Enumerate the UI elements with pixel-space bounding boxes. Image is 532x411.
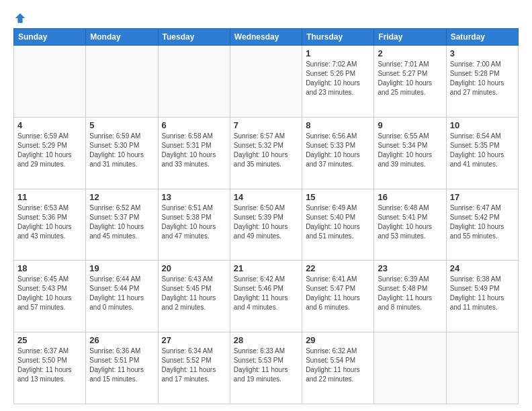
calendar-cell: 18Sunrise: 6:45 AM Sunset: 5:43 PM Dayli… <box>14 261 86 332</box>
day-detail: Sunrise: 6:52 AM Sunset: 5:37 PM Dayligh… <box>89 203 154 241</box>
calendar-cell: 2Sunrise: 7:01 AM Sunset: 5:27 PM Daylig… <box>374 46 446 118</box>
day-detail: Sunrise: 6:51 AM Sunset: 5:38 PM Dayligh… <box>162 203 226 241</box>
day-number: 7 <box>234 120 298 130</box>
day-number: 9 <box>378 120 442 130</box>
page: SundayMondayTuesdayWednesdayThursdayFrid… <box>0 0 532 411</box>
day-detail: Sunrise: 6:36 AM Sunset: 5:51 PM Dayligh… <box>89 347 154 384</box>
day-detail: Sunrise: 6:48 AM Sunset: 5:41 PM Dayligh… <box>378 203 442 241</box>
day-detail: Sunrise: 6:39 AM Sunset: 5:48 PM Dayligh… <box>378 275 442 312</box>
day-detail: Sunrise: 6:55 AM Sunset: 5:34 PM Dayligh… <box>378 132 442 169</box>
svg-marker-0 <box>15 13 25 23</box>
day-detail: Sunrise: 6:49 AM Sunset: 5:40 PM Dayligh… <box>306 203 370 241</box>
calendar-cell: 17Sunrise: 6:47 AM Sunset: 5:42 PM Dayli… <box>446 189 518 261</box>
calendar-cell: 6Sunrise: 6:58 AM Sunset: 5:31 PM Daylig… <box>158 117 230 189</box>
day-detail: Sunrise: 6:44 AM Sunset: 5:44 PM Dayligh… <box>89 275 154 312</box>
calendar-cell <box>230 46 302 118</box>
day-number: 13 <box>162 192 226 202</box>
day-number: 15 <box>306 192 370 202</box>
calendar-cell: 1Sunrise: 7:02 AM Sunset: 5:26 PM Daylig… <box>302 46 374 118</box>
day-number: 17 <box>450 192 515 202</box>
day-number: 5 <box>89 120 154 130</box>
calendar-cell <box>374 332 446 404</box>
day-detail: Sunrise: 6:57 AM Sunset: 5:32 PM Dayligh… <box>234 132 298 169</box>
logo-icon <box>14 12 26 24</box>
calendar-cell <box>158 46 230 118</box>
calendar-cell: 11Sunrise: 6:53 AM Sunset: 5:36 PM Dayli… <box>14 189 86 261</box>
calendar-cell: 29Sunrise: 6:32 AM Sunset: 5:54 PM Dayli… <box>302 332 374 404</box>
day-detail: Sunrise: 6:34 AM Sunset: 5:52 PM Dayligh… <box>162 347 226 384</box>
day-detail: Sunrise: 6:33 AM Sunset: 5:53 PM Dayligh… <box>234 347 298 384</box>
calendar-table: SundayMondayTuesdayWednesdayThursdayFrid… <box>13 28 519 404</box>
day-detail: Sunrise: 6:45 AM Sunset: 5:43 PM Dayligh… <box>17 275 82 312</box>
calendar-week-row: 4Sunrise: 6:59 AM Sunset: 5:29 PM Daylig… <box>14 117 519 189</box>
day-number: 11 <box>17 192 82 202</box>
calendar-cell: 13Sunrise: 6:51 AM Sunset: 5:38 PM Dayli… <box>158 189 230 261</box>
calendar-cell: 15Sunrise: 6:49 AM Sunset: 5:40 PM Dayli… <box>302 189 374 261</box>
calendar-week-row: 18Sunrise: 6:45 AM Sunset: 5:43 PM Dayli… <box>14 261 519 332</box>
day-detail: Sunrise: 6:42 AM Sunset: 5:46 PM Dayligh… <box>234 275 298 312</box>
calendar-cell <box>446 332 518 404</box>
day-number: 21 <box>234 263 298 273</box>
calendar-cell <box>14 46 86 118</box>
calendar-cell: 24Sunrise: 6:38 AM Sunset: 5:49 PM Dayli… <box>446 261 518 332</box>
calendar-cell: 19Sunrise: 6:44 AM Sunset: 5:44 PM Dayli… <box>86 261 158 332</box>
day-number: 8 <box>306 120 370 130</box>
calendar-cell: 14Sunrise: 6:50 AM Sunset: 5:39 PM Dayli… <box>230 189 302 261</box>
day-number: 27 <box>162 335 226 345</box>
weekday-header: Saturday <box>446 29 518 46</box>
day-number: 14 <box>234 192 298 202</box>
weekday-header: Tuesday <box>158 29 230 46</box>
calendar-cell: 28Sunrise: 6:33 AM Sunset: 5:53 PM Dayli… <box>230 332 302 404</box>
header <box>13 12 519 21</box>
day-number: 2 <box>378 48 442 58</box>
day-number: 6 <box>162 120 226 130</box>
calendar-cell: 27Sunrise: 6:34 AM Sunset: 5:52 PM Dayli… <box>158 332 230 404</box>
day-detail: Sunrise: 6:53 AM Sunset: 5:36 PM Dayligh… <box>17 203 82 241</box>
day-detail: Sunrise: 6:56 AM Sunset: 5:33 PM Dayligh… <box>306 132 370 169</box>
calendar-cell <box>86 46 158 118</box>
weekday-header: Sunday <box>14 29 86 46</box>
day-detail: Sunrise: 6:54 AM Sunset: 5:35 PM Dayligh… <box>450 132 515 169</box>
day-number: 20 <box>162 263 226 273</box>
calendar-cell: 21Sunrise: 6:42 AM Sunset: 5:46 PM Dayli… <box>230 261 302 332</box>
calendar-cell: 9Sunrise: 6:55 AM Sunset: 5:34 PM Daylig… <box>374 117 446 189</box>
weekday-header: Thursday <box>302 29 374 46</box>
weekday-header: Monday <box>86 29 158 46</box>
day-number: 18 <box>17 263 82 273</box>
day-detail: Sunrise: 6:59 AM Sunset: 5:29 PM Dayligh… <box>17 132 82 169</box>
day-number: 10 <box>450 120 515 130</box>
calendar-cell: 12Sunrise: 6:52 AM Sunset: 5:37 PM Dayli… <box>86 189 158 261</box>
day-detail: Sunrise: 6:50 AM Sunset: 5:39 PM Dayligh… <box>234 203 298 241</box>
day-detail: Sunrise: 7:01 AM Sunset: 5:27 PM Dayligh… <box>378 60 442 97</box>
calendar-cell: 22Sunrise: 6:41 AM Sunset: 5:47 PM Dayli… <box>302 261 374 332</box>
day-detail: Sunrise: 7:02 AM Sunset: 5:26 PM Dayligh… <box>306 60 370 97</box>
day-number: 22 <box>306 263 370 273</box>
calendar-cell: 10Sunrise: 6:54 AM Sunset: 5:35 PM Dayli… <box>446 117 518 189</box>
day-number: 4 <box>17 120 82 130</box>
calendar-cell: 7Sunrise: 6:57 AM Sunset: 5:32 PM Daylig… <box>230 117 302 189</box>
weekday-header: Friday <box>374 29 446 46</box>
day-number: 24 <box>450 263 515 273</box>
calendar-week-row: 25Sunrise: 6:37 AM Sunset: 5:50 PM Dayli… <box>14 332 519 404</box>
calendar-week-row: 11Sunrise: 6:53 AM Sunset: 5:36 PM Dayli… <box>14 189 519 261</box>
day-detail: Sunrise: 6:32 AM Sunset: 5:54 PM Dayligh… <box>306 347 370 384</box>
calendar-cell: 5Sunrise: 6:59 AM Sunset: 5:30 PM Daylig… <box>86 117 158 189</box>
day-number: 1 <box>306 48 370 58</box>
day-detail: Sunrise: 6:58 AM Sunset: 5:31 PM Dayligh… <box>162 132 226 169</box>
calendar-cell: 20Sunrise: 6:43 AM Sunset: 5:45 PM Dayli… <box>158 261 230 332</box>
calendar-cell: 16Sunrise: 6:48 AM Sunset: 5:41 PM Dayli… <box>374 189 446 261</box>
calendar-cell: 8Sunrise: 6:56 AM Sunset: 5:33 PM Daylig… <box>302 117 374 189</box>
day-number: 19 <box>89 263 154 273</box>
day-number: 28 <box>234 335 298 345</box>
calendar-header-row: SundayMondayTuesdayWednesdayThursdayFrid… <box>14 29 519 46</box>
day-detail: Sunrise: 6:41 AM Sunset: 5:47 PM Dayligh… <box>306 275 370 312</box>
calendar-cell: 25Sunrise: 6:37 AM Sunset: 5:50 PM Dayli… <box>14 332 86 404</box>
calendar-cell: 3Sunrise: 7:00 AM Sunset: 5:28 PM Daylig… <box>446 46 518 118</box>
day-detail: Sunrise: 6:37 AM Sunset: 5:50 PM Dayligh… <box>17 347 82 384</box>
day-number: 3 <box>450 48 515 58</box>
calendar-cell: 23Sunrise: 6:39 AM Sunset: 5:48 PM Dayli… <box>374 261 446 332</box>
day-detail: Sunrise: 6:47 AM Sunset: 5:42 PM Dayligh… <box>450 203 515 241</box>
day-number: 12 <box>89 192 154 202</box>
day-detail: Sunrise: 6:43 AM Sunset: 5:45 PM Dayligh… <box>162 275 226 312</box>
day-number: 23 <box>378 263 442 273</box>
